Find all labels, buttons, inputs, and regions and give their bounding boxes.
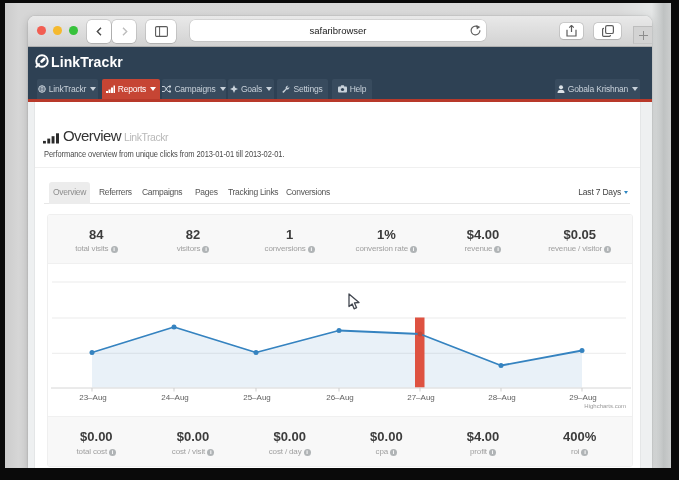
svg-text:24–Aug: 24–Aug bbox=[161, 393, 189, 402]
svg-text:23–Aug: 23–Aug bbox=[79, 393, 107, 402]
svg-text:26–Aug: 26–Aug bbox=[326, 393, 354, 402]
svg-text:Highcharts.com: Highcharts.com bbox=[584, 403, 626, 409]
svg-text:28–Aug: 28–Aug bbox=[488, 393, 516, 402]
svg-text:27–Aug: 27–Aug bbox=[407, 393, 435, 402]
svg-text:29–Aug: 29–Aug bbox=[569, 393, 597, 402]
svg-text:25–Aug: 25–Aug bbox=[243, 393, 271, 402]
